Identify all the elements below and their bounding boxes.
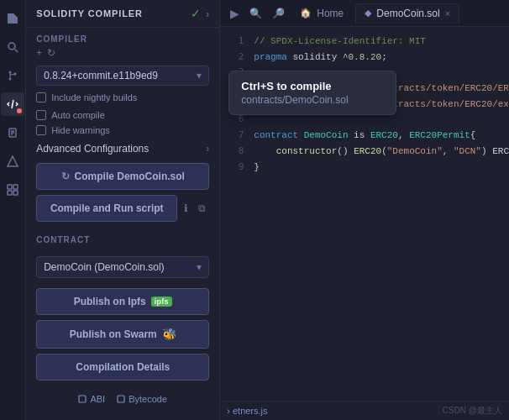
chevron-right-icon[interactable]: › xyxy=(206,8,209,20)
publish-ipfs-button[interactable]: Publish on Ipfs ipfs xyxy=(36,288,209,315)
nightly-builds-row: Include nightly builds xyxy=(26,91,219,108)
compile-button[interactable]: ↻ Compile DemoCoin.sol xyxy=(36,163,209,190)
contract-selector[interactable]: DemoCoin (DemoCoin.sol) ▾ xyxy=(36,256,209,278)
tooltip-title: Ctrl+S to compile xyxy=(241,80,384,92)
editor-area: ▶ 🔍 🔎 🏠 Home ◆ DemoCoin.sol × 1 2 3 4 5 … xyxy=(220,0,509,420)
svg-rect-16 xyxy=(118,396,124,402)
advanced-config-row[interactable]: Advanced Configurations › xyxy=(26,138,219,160)
sidebar-item-compiler[interactable] xyxy=(1,92,24,116)
compile-run-button[interactable]: Compile and Run script xyxy=(36,195,177,222)
code-line-8: constructor() ERC20("DemoCoin", "DCN") E… xyxy=(254,144,509,160)
advanced-label: Advanced Configurations xyxy=(36,143,149,155)
hide-warnings-label: Hide warnings xyxy=(51,125,110,135)
sidebar-item-git[interactable] xyxy=(1,64,24,87)
add-compiler-icon[interactable]: + xyxy=(36,47,42,59)
sidebar-panel: SOLIDITY COMPILER ✓ › COMPILER + ↻ 0.8.2… xyxy=(26,0,220,420)
compiler-section-label: COMPILER xyxy=(26,28,219,47)
version-text: 0.8.24+commit.e11b9ed9 xyxy=(44,70,197,81)
svg-marker-10 xyxy=(8,156,18,166)
auto-compile-checkbox[interactable] xyxy=(36,110,46,120)
sidebar-item-search[interactable] xyxy=(1,35,24,59)
bytecode-link-label: Bytecode xyxy=(129,394,167,404)
abi-link-label: ABI xyxy=(90,394,105,404)
etherjs-link[interactable]: › etners.js xyxy=(227,406,267,416)
code-editor[interactable]: 1 2 3 4 5 6 7 8 9 // SPDX-License-Identi… xyxy=(220,27,509,401)
contract-select-section: DemoCoin (DemoCoin.sol) ▾ xyxy=(26,248,219,281)
play-icon[interactable]: ▶ xyxy=(227,5,243,22)
ipfs-badge: ipfs xyxy=(151,297,172,307)
sidebar-item-deploy[interactable] xyxy=(1,150,24,173)
contract-section-label: CONTRACT xyxy=(26,228,219,248)
compile-run-copy-icon[interactable]: ⧉ xyxy=(195,199,209,218)
auto-compile-label: Auto compile xyxy=(51,110,105,120)
publish-ipfs-label: Publish on Ipfs xyxy=(74,296,146,307)
abi-bytecode-links: ABI Bytecode xyxy=(26,387,219,411)
etherjs-label: etners.js xyxy=(233,406,268,416)
version-selector[interactable]: 0.8.24+commit.e11b9ed9 ▾ xyxy=(36,66,209,86)
compile-button-label: Compile DemoCoin.sol xyxy=(75,171,185,182)
compilation-details-label: Compilation Details xyxy=(76,361,170,373)
sidebar-title: SOLIDITY COMPILER xyxy=(36,8,143,18)
editor-bottom: › etners.js CSDN @最主人 xyxy=(220,401,509,420)
svg-line-1 xyxy=(15,50,18,53)
refresh-compiler-icon[interactable]: ↻ xyxy=(47,47,55,59)
home-tab-icon: 🏠 xyxy=(300,8,312,18)
file-tab-icon: ◆ xyxy=(365,8,371,18)
abi-link[interactable]: ABI xyxy=(78,394,105,404)
svg-rect-11 xyxy=(8,185,12,189)
tab-bar: ▶ 🔍 🔎 🏠 Home ◆ DemoCoin.sol × xyxy=(220,0,509,27)
svg-rect-12 xyxy=(13,185,18,189)
sidebar-item-debug[interactable] xyxy=(1,121,24,144)
tab-close-icon[interactable]: × xyxy=(445,8,450,18)
swarm-icon: 🐝 xyxy=(162,328,176,341)
svg-rect-14 xyxy=(13,191,18,195)
check-icon: ✓ xyxy=(191,7,201,20)
sidebar-header: SOLIDITY COMPILER ✓ › xyxy=(26,0,219,28)
compile-refresh-icon: ↻ xyxy=(61,171,70,182)
nightly-checkbox[interactable] xyxy=(36,92,46,102)
version-dropdown-icon: ▾ xyxy=(197,70,202,81)
code-line-9: } xyxy=(254,160,509,176)
compile-run-button-label: Compile and Run script xyxy=(50,202,164,214)
bytecode-link[interactable]: Bytecode xyxy=(117,394,167,404)
svg-line-5 xyxy=(12,100,13,108)
compile-run-info-icon[interactable]: ℹ xyxy=(181,199,192,218)
svg-rect-15 xyxy=(79,396,86,402)
sidebar-item-plugin[interactable] xyxy=(1,178,24,202)
svg-point-2 xyxy=(9,71,12,74)
home-tab-label: Home xyxy=(317,8,344,19)
arrow-icon: › xyxy=(227,406,230,416)
code-line-7: contract DemoCoin is ERC20, ERC20Permit{ xyxy=(254,128,509,144)
svg-rect-13 xyxy=(8,191,12,195)
code-line-1: // SPDX-License-Identifier: MIT xyxy=(254,34,509,50)
tab-democoin[interactable]: ◆ DemoCoin.sol × xyxy=(355,3,459,24)
compilation-details-button[interactable]: Compilation Details xyxy=(36,354,209,381)
auto-compile-row: Auto compile xyxy=(26,108,219,123)
icon-bar xyxy=(0,0,26,420)
sidebar-header-icons: ✓ › xyxy=(191,7,209,20)
nightly-label: Include nightly builds xyxy=(51,92,137,102)
zoom-out-icon[interactable]: 🔍 xyxy=(246,6,265,21)
svg-point-3 xyxy=(9,78,12,81)
file-tab-label: DemoCoin.sol xyxy=(376,8,439,19)
sidebar-item-files[interactable] xyxy=(1,7,24,30)
tab-home[interactable]: 🏠 Home xyxy=(291,4,352,23)
hide-warnings-checkbox[interactable] xyxy=(36,125,46,135)
compile-tooltip: Ctrl+S to compile contracts/DemoCoin.sol xyxy=(228,71,396,115)
contract-dropdown-icon: ▾ xyxy=(197,261,202,273)
code-line-2: pragma solidity ^0.8.20; xyxy=(254,50,509,66)
watermark: CSDN @最主人 xyxy=(443,405,502,417)
publish-swarm-label: Publish on Swarm xyxy=(70,328,157,340)
tooltip-subtitle: contracts/DemoCoin.sol xyxy=(241,94,384,106)
publish-swarm-button[interactable]: Publish on Swarm 🐝 xyxy=(36,320,209,349)
hide-warnings-row: Hide warnings xyxy=(26,123,219,138)
advanced-chevron-icon: › xyxy=(206,143,209,155)
contract-text: DemoCoin (DemoCoin.sol) xyxy=(44,261,197,273)
zoom-in-icon[interactable]: 🔎 xyxy=(269,6,288,21)
svg-point-0 xyxy=(8,43,15,50)
